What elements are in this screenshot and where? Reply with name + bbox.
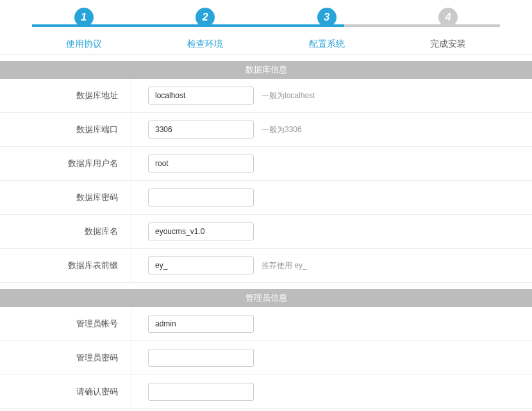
- input-db-pass[interactable]: [148, 189, 254, 206]
- hint-db-port: 一般为3306: [262, 124, 302, 135]
- install-wizard: 1 使用协议 2 检查环境 3 配置系统 4 完成安装 数据库信息 数据库地址 …: [0, 0, 532, 409]
- label-admin-pass: 管理员密码: [0, 341, 131, 374]
- control-admin-account: [131, 315, 532, 333]
- control-admin-pass: [131, 349, 532, 367]
- steps-wrapper: 1 使用协议 2 检查环境 3 配置系统 4 完成安装: [0, 8, 532, 55]
- control-db-host: 一般为localhost: [131, 87, 532, 105]
- row-admin-account: 管理员帐号: [0, 307, 532, 341]
- input-admin-confirm[interactable]: [148, 383, 254, 401]
- label-db-name: 数据库名: [0, 215, 131, 248]
- input-db-port[interactable]: [148, 121, 254, 138]
- step-label-2: 检查环境: [145, 38, 267, 50]
- step-environment: 2 检查环境: [145, 8, 267, 50]
- step-label-3: 配置系统: [266, 38, 388, 50]
- control-admin-confirm: [131, 383, 532, 401]
- label-admin-confirm: 请确认密码: [0, 375, 131, 408]
- row-db-port: 数据库端口 一般为3306: [0, 113, 532, 147]
- row-db-prefix: 数据库表前缀 推荐使用 ey_: [0, 249, 532, 283]
- row-db-pass: 数据库密码: [0, 181, 532, 215]
- control-db-name: [131, 222, 532, 240]
- input-db-prefix[interactable]: [148, 256, 254, 274]
- row-db-name: 数据库名: [0, 215, 532, 249]
- row-admin-pass: 管理员密码: [0, 341, 532, 375]
- input-db-host[interactable]: [148, 87, 254, 105]
- label-db-pass: 数据库密码: [0, 181, 131, 214]
- step-circle-2: 2: [195, 8, 215, 27]
- label-db-port: 数据库端口: [0, 113, 131, 146]
- label-db-user: 数据库用户名: [0, 147, 131, 180]
- step-circle-3: 3: [317, 8, 337, 27]
- steps-row: 1 使用协议 2 检查环境 3 配置系统 4 完成安装: [0, 8, 532, 50]
- input-db-user[interactable]: [148, 155, 254, 172]
- row-db-host: 数据库地址 一般为localhost: [0, 79, 532, 113]
- row-db-user: 数据库用户名: [0, 147, 532, 181]
- label-admin-account: 管理员帐号: [0, 307, 131, 340]
- hint-db-prefix: 推荐使用 ey_: [262, 260, 307, 271]
- input-db-name[interactable]: [148, 222, 254, 240]
- step-label-4: 完成安装: [388, 38, 510, 50]
- step-finish: 4 完成安装: [388, 8, 510, 50]
- hint-db-host: 一般为localhost: [262, 90, 315, 101]
- input-admin-pass[interactable]: [148, 349, 254, 367]
- row-admin-confirm: 请确认密码: [0, 375, 532, 409]
- step-circle-4: 4: [438, 8, 458, 27]
- step-label-1: 使用协议: [23, 38, 145, 50]
- step-agreement: 1 使用协议: [23, 8, 145, 50]
- control-db-port: 一般为3306: [131, 121, 532, 138]
- control-db-pass: [131, 189, 532, 206]
- control-db-user: [131, 155, 532, 172]
- label-db-host: 数据库地址: [0, 79, 131, 112]
- db-section-header: 数据库信息: [0, 61, 532, 79]
- label-db-prefix: 数据库表前缀: [0, 249, 131, 282]
- step-circle-1: 1: [74, 8, 94, 27]
- admin-section-header: 管理员信息: [0, 289, 532, 307]
- step-configure: 3 配置系统: [266, 8, 388, 50]
- control-db-prefix: 推荐使用 ey_: [131, 256, 532, 274]
- input-admin-account[interactable]: [148, 315, 254, 333]
